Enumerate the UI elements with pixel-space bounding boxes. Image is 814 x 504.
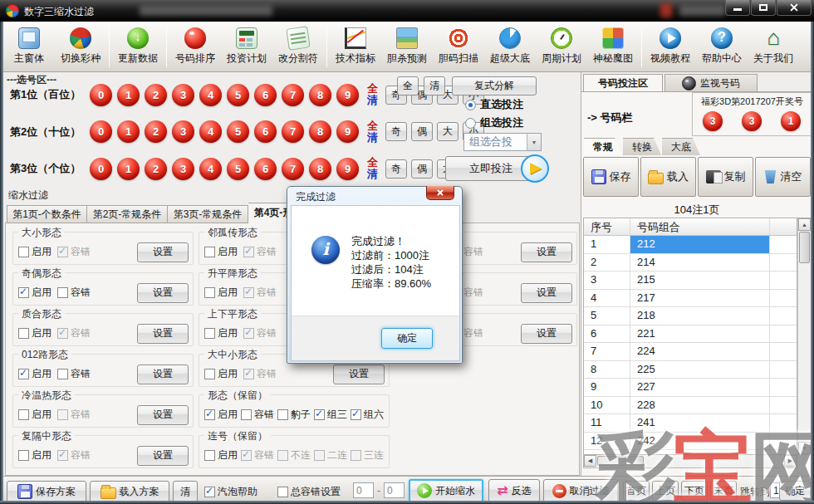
cancel-filter-button[interactable]: 取消过滤 — [543, 479, 618, 502]
load-numbers-button[interactable]: 载入 — [640, 157, 696, 197]
combo-cell[interactable]: 224 — [630, 343, 770, 360]
filter-tab-1[interactable]: 第1页-个数条件 — [7, 205, 87, 223]
settings-button[interactable]: 设置 — [137, 446, 189, 466]
enable-checkbox[interactable]: 启用 — [204, 245, 238, 259]
enable-checkbox[interactable]: 启用 — [204, 367, 238, 381]
clear-numbers-button[interactable]: 清空 — [755, 157, 811, 197]
select-all-link[interactable]: 全 — [367, 83, 378, 95]
number-ball[interactable]: 9 — [336, 120, 359, 143]
number-ball[interactable]: 4 — [199, 84, 222, 106]
number-ball[interactable]: 2 — [145, 158, 167, 180]
enable-checkbox[interactable]: 启用 — [204, 326, 238, 340]
load-plan-button[interactable]: 载入方案 — [90, 481, 169, 502]
combo-cell[interactable]: 215 — [630, 272, 770, 289]
dialog-close-icon[interactable] — [426, 186, 454, 200]
enable-checkbox[interactable]: 启用 — [204, 408, 238, 422]
invert-selection-button[interactable]: ⇄ 反选 — [488, 479, 540, 502]
number-ball[interactable]: 1 — [117, 84, 140, 106]
number-ball[interactable]: 8 — [309, 84, 331, 106]
table-row[interactable]: 10228 — [584, 397, 797, 415]
maximize-button[interactable] — [751, 0, 776, 16]
table-row[interactable]: 3215 — [584, 272, 797, 290]
next-page-button[interactable]: 下页 — [681, 481, 708, 501]
settings-button[interactable]: 设置 — [521, 283, 572, 303]
scroll-up-icon[interactable]: ▲ — [798, 218, 811, 231]
row-filter-button[interactable]: 奇 — [385, 159, 407, 179]
option-checkbox[interactable]: 组六 — [351, 408, 384, 422]
combo-cell[interactable]: 214 — [630, 254, 770, 272]
number-ball[interactable]: 2 — [145, 84, 167, 106]
combo-cell[interactable]: 221 — [630, 325, 770, 343]
enable-checkbox[interactable]: 启用 — [204, 286, 238, 300]
settings-button[interactable]: 设置 — [521, 242, 572, 262]
combo-cell[interactable]: 217 — [630, 290, 770, 307]
number-ball[interactable]: 6 — [254, 158, 277, 180]
number-ball[interactable]: 1 — [117, 120, 140, 143]
settings-button[interactable]: 设置 — [137, 242, 189, 262]
number-ball[interactable]: 3 — [172, 120, 194, 143]
number-ball[interactable]: 6 — [254, 120, 277, 143]
go-arrow-icon[interactable] — [521, 154, 549, 183]
row-filter-button[interactable]: 奇 — [385, 122, 407, 141]
toolbar-button[interactable]: 技术指标 — [330, 23, 381, 70]
fushi-decompose-button[interactable]: 复式分解 — [452, 76, 537, 95]
number-ball[interactable]: 5 — [227, 120, 249, 143]
tolerance-checkbox[interactable]: 容错 — [57, 286, 91, 300]
horizontal-scrollbar[interactable]: ◀ ▶ — [583, 455, 797, 468]
vertical-scrollbar[interactable]: ▲ ▼ — [797, 218, 812, 455]
select-all-link[interactable]: 全 — [367, 157, 378, 169]
number-ball[interactable]: 0 — [90, 158, 112, 180]
bubble-help-checkbox[interactable]: 汽泡帮助 — [204, 485, 257, 499]
clear-link[interactable]: 清 — [367, 169, 378, 180]
enable-checkbox[interactable]: 启用 — [18, 245, 51, 259]
number-ball[interactable]: 8 — [309, 158, 331, 180]
tolerance-checkbox[interactable]: 容错 — [57, 367, 91, 381]
first-page-button[interactable]: 首页 — [623, 481, 650, 501]
settings-button[interactable]: 设置 — [333, 365, 385, 384]
toolbar-button[interactable]: 关于我们 — [748, 23, 799, 70]
scroll-down-icon[interactable]: ▼ — [798, 442, 811, 454]
total-tolerance-checkbox[interactable]: 总容错设置 — [277, 485, 341, 499]
clear-link[interactable]: 清 — [367, 95, 378, 106]
number-ball[interactable]: 5 — [227, 158, 249, 180]
number-ball[interactable]: 8 — [309, 120, 331, 143]
table-row[interactable]: 7224 — [584, 343, 797, 361]
number-ball[interactable]: 4 — [199, 120, 222, 143]
row-filter-button[interactable]: 偶 — [411, 159, 433, 179]
table-row[interactable]: 1212 — [584, 236, 797, 254]
group-bet-radio[interactable]: 组选投注 — [465, 115, 523, 130]
toolbar-button[interactable]: 周期计划 — [536, 23, 587, 70]
settings-button[interactable]: 设置 — [137, 405, 189, 425]
combo-cell[interactable]: 225 — [630, 361, 770, 379]
group-bet-dropdown[interactable]: 组选合投 ▼ — [463, 133, 542, 151]
toolbar-button[interactable]: 视频教程 — [645, 23, 696, 70]
number-ball[interactable]: 7 — [282, 158, 304, 180]
copy-numbers-button[interactable]: 复制 — [698, 157, 753, 197]
tab-monitor-numbers[interactable]: 监视号码 — [664, 74, 758, 92]
number-ball[interactable]: 7 — [282, 120, 304, 143]
toolbar-button[interactable]: 神秘魔图 — [587, 23, 639, 70]
scroll-right-icon[interactable]: ▶ — [784, 455, 797, 467]
settings-button[interactable]: 设置 — [137, 324, 189, 344]
number-ball[interactable]: 9 — [336, 84, 359, 106]
select-all-link[interactable]: 全 — [367, 120, 378, 132]
number-ball[interactable]: 6 — [254, 84, 277, 106]
table-row[interactable]: 5218 — [584, 307, 797, 325]
combo-cell[interactable]: 228 — [630, 397, 770, 414]
save-plan-button[interactable]: 保存方案 — [7, 481, 86, 502]
combo-cell[interactable]: 241 — [630, 414, 770, 432]
jump-ok-button[interactable]: 确定 — [779, 481, 811, 501]
enable-checkbox[interactable]: 启用 — [18, 286, 51, 300]
number-ball[interactable]: 2 — [145, 120, 167, 143]
toolbar-button[interactable]: 帮助中心 — [696, 23, 748, 70]
enable-checkbox[interactable]: 启用 — [18, 408, 51, 422]
combo-cell[interactable]: 242 — [630, 433, 770, 450]
filter-tab-2[interactable]: 第2页-常规条件 — [87, 205, 168, 223]
tolerance-to-input[interactable] — [384, 482, 405, 498]
minimize-button[interactable] — [725, 0, 750, 16]
enable-checkbox[interactable]: 启用 — [204, 448, 238, 462]
table-row[interactable]: 2214 — [584, 254, 797, 272]
number-ball[interactable]: 3 — [172, 84, 194, 106]
toolbar-button[interactable]: 改分割符 — [272, 23, 324, 70]
number-ball[interactable]: 1 — [117, 158, 140, 180]
